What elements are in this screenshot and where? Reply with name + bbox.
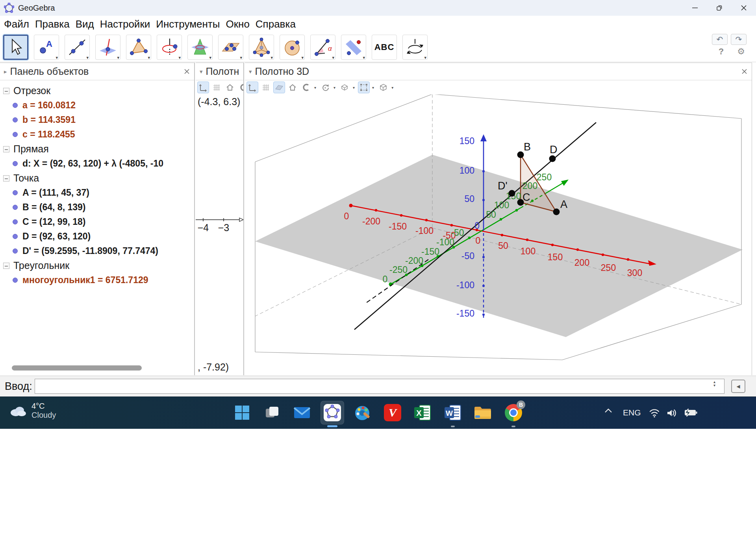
excel-app-button[interactable]: X <box>413 404 432 422</box>
dropdown-icon[interactable]: ▾ <box>391 85 393 90</box>
tool-pyramid[interactable]: ▾ <box>249 35 274 60</box>
tool-angle[interactable]: α ▾ <box>310 35 335 60</box>
object-bullet-icon[interactable] <box>13 190 18 195</box>
point-capturing-button[interactable] <box>300 82 312 93</box>
collapse-toggle[interactable] <box>3 263 9 269</box>
redo-button[interactable]: ↷ <box>731 34 747 45</box>
dropdown-icon[interactable]: ▾ <box>353 85 355 90</box>
paint-app-button[interactable] <box>354 404 372 422</box>
point-A[interactable] <box>553 209 560 215</box>
object-bullet-icon[interactable] <box>13 248 18 254</box>
tree-item[interactable]: D = (92, 63, 120) <box>0 229 194 244</box>
tool-text[interactable]: ABC <box>372 35 397 60</box>
menu-file[interactable]: Файл <box>4 18 29 30</box>
menu-tools[interactable]: Инструменты <box>156 18 220 30</box>
home-view-button[interactable] <box>224 82 236 93</box>
tool-polygon[interactable]: ▾ <box>126 35 151 60</box>
show-plane-button[interactable] <box>273 82 285 93</box>
tree-item[interactable]: A = (111, 45, 37) <box>0 185 194 200</box>
panel-collapse-icon[interactable]: ▸ <box>4 68 7 75</box>
panel-menu-icon[interactable]: ▾ <box>249 68 252 75</box>
dropdown-icon[interactable]: ▾ <box>209 56 211 60</box>
collapse-toggle[interactable] <box>3 88 9 94</box>
tool-plane-through-points[interactable]: ▾ <box>218 35 243 60</box>
show-axes-button[interactable] <box>197 82 209 93</box>
menu-edit[interactable]: Правка <box>35 18 70 30</box>
restore-button[interactable] <box>707 0 732 16</box>
dropdown-icon[interactable]: ▾ <box>56 56 58 60</box>
geogebra-app-button[interactable] <box>323 404 341 422</box>
object-bullet-icon[interactable] <box>13 103 18 108</box>
point-D-prime[interactable] <box>509 190 515 197</box>
tree-item[interactable]: многоугольник1 = 6751.7129 <box>0 273 194 287</box>
start-button[interactable] <box>233 404 251 422</box>
wifi-icon[interactable] <box>649 408 660 418</box>
tree-item[interactable]: C = (12, 99, 18) <box>0 215 194 229</box>
rotate-view-button[interactable] <box>319 82 331 93</box>
show-grid-button[interactable] <box>260 82 272 93</box>
mail-app-button[interactable] <box>293 404 311 422</box>
menu-window[interactable]: Окно <box>226 18 249 30</box>
tree-item[interactable]: b = 114.3591 <box>0 113 194 127</box>
word-app-button[interactable]: W <box>444 404 462 422</box>
input-history-spinner[interactable]: ▴ ▾ <box>713 380 715 387</box>
dropdown-icon[interactable]: ▾ <box>117 56 119 60</box>
tool-rotate-3d-view[interactable]: ▾ <box>402 35 428 60</box>
home-view-button[interactable] <box>287 82 298 93</box>
object-bullet-icon[interactable] <box>13 117 18 122</box>
panel-menu-icon[interactable]: ▾ <box>200 68 203 75</box>
tree-item[interactable]: B = (64, 8, 139) <box>0 200 194 215</box>
tree-item[interactable]: D' = (59.2595, -11.8909, 77.7474) <box>0 244 194 258</box>
dropdown-icon[interactable]: ▾ <box>271 56 273 60</box>
volume-icon[interactable] <box>666 408 677 418</box>
undo-button[interactable]: ↶ <box>712 34 728 45</box>
object-bullet-icon[interactable] <box>13 219 18 224</box>
tree-item[interactable]: a = 160.0812 <box>0 98 194 113</box>
point-capturing-button[interactable] <box>237 82 244 93</box>
collapse-toggle[interactable] <box>3 146 9 152</box>
battery-icon[interactable] <box>684 408 698 417</box>
file-explorer-button[interactable] <box>474 404 492 422</box>
dropdown-icon[interactable]: ▾ <box>148 56 150 60</box>
tool-line[interactable]: ▾ <box>65 35 90 60</box>
point-B[interactable] <box>517 152 524 158</box>
language-indicator[interactable]: ENG <box>623 408 641 417</box>
close-button[interactable] <box>732 0 756 16</box>
clipping-box-button[interactable] <box>358 82 370 93</box>
dropdown-icon[interactable]: ▾ <box>178 56 181 60</box>
weather-widget[interactable]: 4°C Cloudy <box>9 402 56 420</box>
dropdown-icon[interactable]: ▾ <box>372 85 374 90</box>
dropdown-icon[interactable]: ▾ <box>332 56 334 60</box>
object-bullet-icon[interactable] <box>13 132 18 137</box>
dropdown-icon[interactable]: ▾ <box>314 85 316 90</box>
tool-move[interactable] <box>3 35 28 60</box>
tool-intersect-line-plane[interactable]: ▾ <box>95 35 120 60</box>
graphics3d-close-button[interactable] <box>739 66 749 76</box>
dropdown-icon[interactable]: ▾ <box>301 56 304 60</box>
tool-reflect-about-plane[interactable]: ▾ <box>341 35 366 60</box>
tree-item[interactable]: c = 118.2455 <box>0 127 194 142</box>
point-D[interactable] <box>549 156 556 162</box>
menu-view[interactable]: Вид <box>76 18 94 30</box>
show-axes-button[interactable] <box>246 82 258 93</box>
object-bullet-icon[interactable] <box>13 161 18 166</box>
v-app-button[interactable]: V <box>384 404 402 422</box>
horizontal-scrollbar[interactable] <box>12 365 142 371</box>
view-direction-button[interactable] <box>339 82 350 93</box>
algebra-input[interactable] <box>35 379 724 394</box>
dropdown-icon[interactable]: ▾ <box>424 56 426 60</box>
collapse-toggle[interactable] <box>3 175 9 182</box>
tool-point[interactable]: A ▾ <box>34 35 59 60</box>
dropdown-icon[interactable]: ▾ <box>240 56 242 60</box>
projection-button[interactable] <box>377 82 389 93</box>
object-bullet-icon[interactable] <box>13 234 18 239</box>
menu-help[interactable]: Справка <box>256 18 296 30</box>
menu-settings[interactable]: Настройки <box>100 18 150 30</box>
hidden-icons-chevron[interactable] <box>604 408 613 413</box>
input-help-button[interactable]: ◂ <box>731 380 745 393</box>
minimize-button[interactable] <box>683 0 707 16</box>
task-view-button[interactable] <box>263 404 281 422</box>
dropdown-icon[interactable]: ▾ <box>86 56 89 60</box>
canvas-3d-scene[interactable]: 0 -200 -150 -100 -50 0 50 100 150 200 25… <box>245 94 752 376</box>
dropdown-icon[interactable]: ▾ <box>363 56 365 60</box>
